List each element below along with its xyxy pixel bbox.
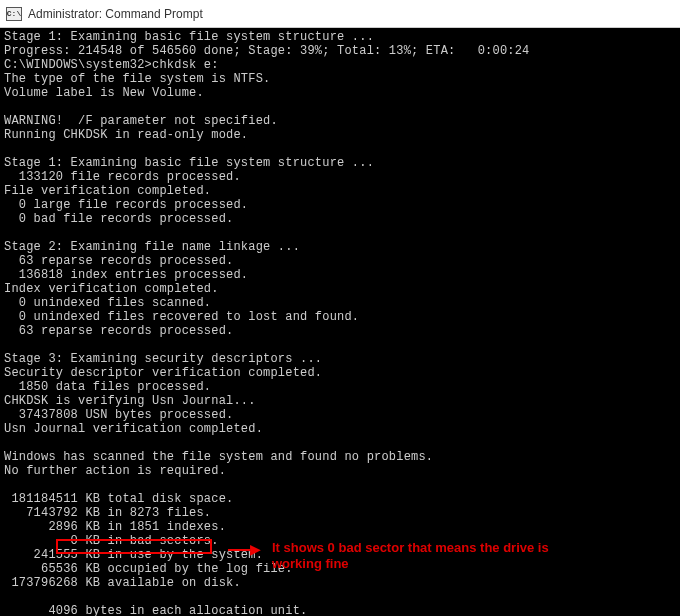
console-line: 0 KB in bad sectors. [4, 534, 676, 548]
console-line: 173796268 KB available on disk. [4, 576, 676, 590]
console-line: 0 unindexed files recovered to lost and … [4, 310, 676, 324]
console-line: 0 unindexed files scanned. [4, 296, 676, 310]
console-line: 2896 KB in 1851 indexes. [4, 520, 676, 534]
console-line: Stage 1: Examining basic file system str… [4, 156, 676, 170]
cmd-icon: C:\ [6, 7, 22, 21]
console-line: WARNING! /F parameter not specified. [4, 114, 676, 128]
console-line: 37437808 USN bytes processed. [4, 408, 676, 422]
console-output[interactable]: Stage 1: Examining basic file system str… [0, 28, 680, 616]
console-line [4, 226, 676, 240]
console-line: File verification completed. [4, 184, 676, 198]
console-line: 133120 file records processed. [4, 170, 676, 184]
console-line [4, 100, 676, 114]
console-line: The type of the file system is NTFS. [4, 72, 676, 86]
console-line: 181184511 KB total disk space. [4, 492, 676, 506]
console-line: Index verification completed. [4, 282, 676, 296]
titlebar[interactable]: C:\ Administrator: Command Prompt [0, 0, 680, 28]
console-line: Volume label is New Volume. [4, 86, 676, 100]
console-line [4, 436, 676, 450]
console-line: 63 reparse records processed. [4, 324, 676, 338]
console-line: Usn Journal verification completed. [4, 422, 676, 436]
console-line: No further action is required. [4, 464, 676, 478]
console-line: Stage 3: Examining security descriptors … [4, 352, 676, 366]
console-line [4, 338, 676, 352]
console-line: 0 large file records processed. [4, 198, 676, 212]
console-line: 0 bad file records processed. [4, 212, 676, 226]
console-line: 65536 KB occupied by the log file. [4, 562, 676, 576]
console-line: 136818 index entries processed. [4, 268, 676, 282]
console-line: 7143792 KB in 8273 files. [4, 506, 676, 520]
console-line: Running CHKDSK in read-only mode. [4, 128, 676, 142]
console-line: 4096 bytes in each allocation unit. [4, 604, 676, 616]
console-line [4, 478, 676, 492]
console-line: Stage 1: Examining basic file system str… [4, 30, 676, 44]
console-line: 63 reparse records processed. [4, 254, 676, 268]
console-line: Windows has scanned the file system and … [4, 450, 676, 464]
console-line: 1850 data files processed. [4, 380, 676, 394]
console-line: Stage 2: Examining file name linkage ... [4, 240, 676, 254]
console-line: Security descriptor verification complet… [4, 366, 676, 380]
window-title: Administrator: Command Prompt [28, 7, 203, 21]
console-line [4, 590, 676, 604]
console-line [4, 142, 676, 156]
console-line: CHKDSK is verifying Usn Journal... [4, 394, 676, 408]
console-line: C:\WINDOWS\system32>chkdsk e: [4, 58, 676, 72]
console-line: 241555 KB in use by the system. [4, 548, 676, 562]
console-line: Progress: 214548 of 546560 done; Stage: … [4, 44, 676, 58]
